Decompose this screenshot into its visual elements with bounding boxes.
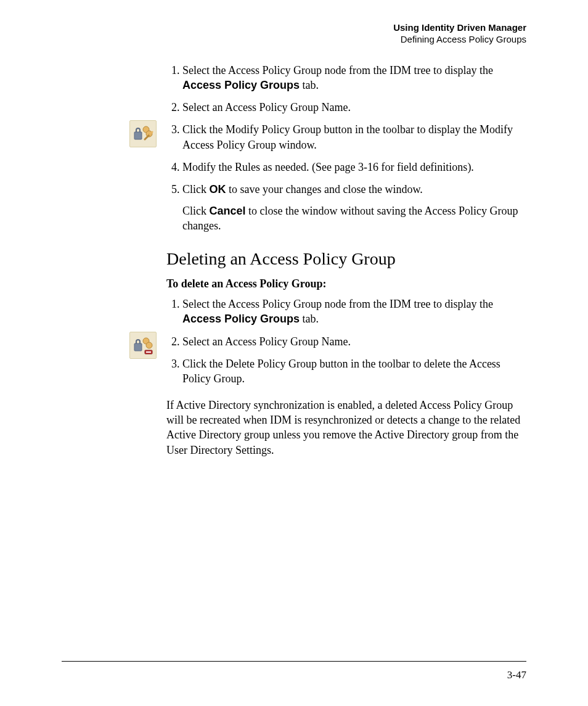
step-item: Select an Access Policy Group Name. — [182, 334, 526, 349]
delete-steps-list: Select the Access Policy Group node from… — [166, 297, 526, 386]
step-text: tab. — [300, 79, 319, 91]
step-text: Click — [182, 183, 210, 195]
delete-policy-group-icon — [129, 332, 157, 359]
header-title: Using Identity Driven Manager — [62, 22, 526, 34]
step-item: Click the Modify Policy Group button in … — [182, 122, 526, 152]
step-text: Click the Delete Policy Group button in … — [182, 358, 500, 385]
modify-steps-list: Select the Access Policy Group node from… — [166, 63, 526, 234]
step-text: Select an Access Policy Group Name. — [182, 335, 351, 348]
header-subtitle: Defining Access Policy Groups — [62, 34, 526, 46]
step-item: Select the Access Policy Group node from… — [182, 297, 526, 327]
svg-point-5 — [146, 342, 152, 348]
step-text: to save your changes and close the windo… — [226, 183, 423, 195]
step-item: Select the Access Policy Group node from… — [182, 63, 526, 93]
ui-term: Access Policy Groups — [182, 313, 300, 325]
ui-term: Access Policy Groups — [182, 79, 300, 91]
svg-rect-7 — [146, 351, 151, 353]
step-text: tab. — [300, 313, 319, 325]
procedure-lead: To delete an Access Policy Group: — [166, 277, 526, 290]
ui-term: Cancel — [210, 205, 246, 217]
footer-rule — [62, 661, 526, 662]
modify-policy-group-icon — [129, 120, 157, 147]
step-text: Click the Modify Policy Group button in … — [182, 123, 513, 150]
step-item: Modify the Rules as needed. (See page 3-… — [182, 160, 526, 174]
note-paragraph: If Active Directory synchronization is e… — [166, 398, 526, 458]
section-heading: Deleting an Access Policy Group — [166, 249, 526, 269]
step-text: Select an Access Policy Group Name. — [182, 101, 351, 113]
svg-rect-0 — [134, 132, 142, 139]
ui-term: OK — [210, 183, 226, 195]
page-number: 3-47 — [507, 669, 526, 681]
step-text: Select the Access Policy Group node from… — [182, 298, 493, 310]
step-item: Click the Delete Policy Group button in … — [182, 356, 526, 387]
step-item: Select an Access Policy Group Name. — [182, 100, 526, 115]
step-text: Modify the Rules as needed. (See page 3-… — [182, 161, 474, 173]
step-item: Click OK to save your changes and close … — [182, 182, 526, 233]
step-text: Click — [182, 205, 210, 217]
step-text: Select the Access Policy Group node from… — [182, 64, 493, 76]
svg-rect-3 — [134, 343, 142, 351]
running-header: Using Identity Driven Manager Defining A… — [62, 22, 526, 46]
